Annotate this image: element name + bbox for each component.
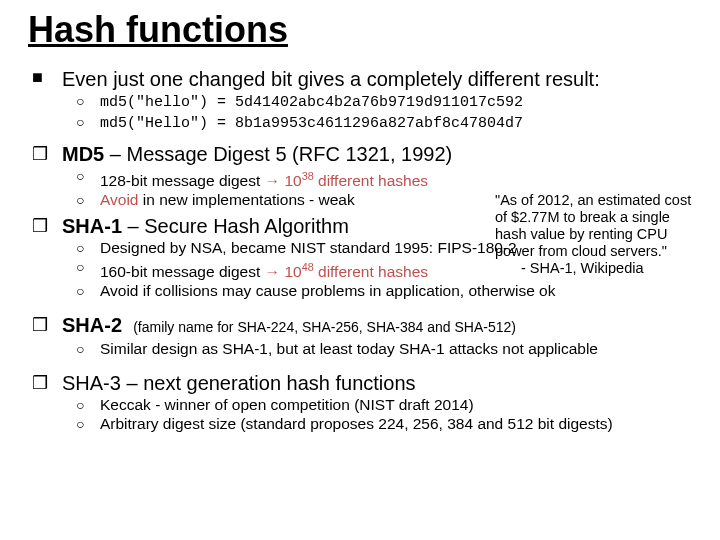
intro-bullet: ■ Even just one changed bit gives a comp… [28, 68, 692, 90]
circle-bullet-icon: ○ [76, 92, 100, 110]
square-bullet-icon: ■ [28, 66, 62, 88]
arrow-icon: → [265, 263, 281, 280]
sha2-point-1: ○ Similar design as SHA-1, but at least … [76, 340, 692, 358]
sha3-point-2: ○ Arbitrary digest size (standard propos… [76, 415, 692, 433]
slide-title: Hash functions [28, 10, 692, 50]
intro-text: Even just one changed bit gives a comple… [62, 68, 600, 90]
intro-example-2: ○ md5("Hello") = 8b1a9953c4611296a827abf… [76, 113, 692, 133]
circle-bullet-icon: ○ [76, 258, 100, 276]
circle-bullet-icon: ○ [76, 113, 100, 131]
slide: Hash functions ■ Even just one changed b… [0, 0, 720, 540]
md5-point-1: ○ 128-bit message digest → 1038 differen… [76, 167, 692, 190]
sha1-name: SHA-1 [62, 215, 122, 237]
quote-box: "As of 2012, an estimated cost of $2.77M… [495, 192, 700, 277]
circle-bullet-icon: ○ [76, 282, 100, 300]
sha1-desc: – Secure Hash Algorithm [122, 215, 349, 237]
circle-bullet-icon: ○ [76, 191, 100, 209]
hollow-square-icon: ❒ [28, 314, 62, 336]
sha2-note: (family name for SHA-224, SHA-256, SHA-3… [133, 319, 516, 335]
quote-attribution: - SHA-1, Wikipedia [495, 260, 700, 277]
sha3-heading: ❒ SHA-3 – next generation hash functions [28, 372, 692, 394]
circle-bullet-icon: ○ [76, 239, 100, 257]
quote-body: "As of 2012, an estimated cost of $2.77M… [495, 192, 700, 260]
sha3-point-1: ○ Keccak - winner of open competition (N… [76, 396, 692, 414]
sha2-heading: ❒ SHA-2 (family name for SHA-224, SHA-25… [28, 314, 692, 338]
md5-example-1: md5("hello") = 5d41402abc4b2a76b9719d911… [100, 94, 523, 111]
sha3-desc: SHA-3 – next generation hash functions [62, 372, 416, 394]
circle-bullet-icon: ○ [76, 340, 100, 358]
sha1-point-3: ○ Avoid if collisions may cause problems… [76, 282, 692, 300]
md5-heading: ❒ MD5 – Message Digest 5 (RFC 1321, 1992… [28, 143, 692, 165]
md5-name: MD5 [62, 143, 104, 165]
arrow-icon: → [265, 172, 281, 189]
md5-desc: – Message Digest 5 (RFC 1321, 1992) [104, 143, 452, 165]
hollow-square-icon: ❒ [28, 372, 62, 394]
circle-bullet-icon: ○ [76, 396, 100, 414]
hollow-square-icon: ❒ [28, 215, 62, 237]
hollow-square-icon: ❒ [28, 143, 62, 165]
md5-example-2: md5("Hello") = 8b1a9953c4611296a827abf8c… [100, 115, 523, 132]
circle-bullet-icon: ○ [76, 415, 100, 433]
circle-bullet-icon: ○ [76, 167, 100, 185]
intro-example-1: ○ md5("hello") = 5d41402abc4b2a76b9719d9… [76, 92, 692, 112]
sha2-name: SHA-2 [62, 314, 122, 336]
